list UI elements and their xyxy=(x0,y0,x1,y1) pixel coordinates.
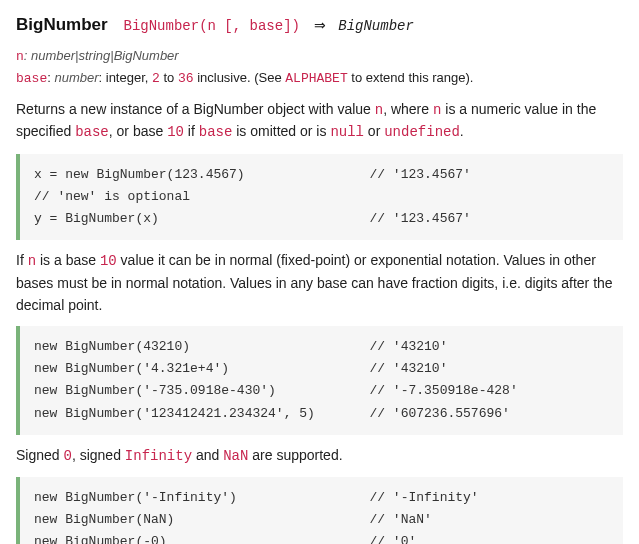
param-base-type: number xyxy=(54,70,98,85)
param-base-name: base xyxy=(16,71,47,86)
return-type: BigNumber xyxy=(338,18,414,34)
method-return: ⇒ BigNumber xyxy=(310,18,414,34)
param-base-desc2: to xyxy=(160,70,178,85)
param-base-min: 2 xyxy=(152,71,160,86)
method-header: BigNumber BigNumber(n [, base]) ⇒ BigNum… xyxy=(16,12,623,38)
param-base-desc1: : integer, xyxy=(99,70,152,85)
code-block-1: x = new BigNumber(123.4567) // '123.4567… xyxy=(16,154,623,240)
param-base-desc3: inclusive. (See xyxy=(194,70,286,85)
description-1: Returns a new instance of a BigNumber ob… xyxy=(16,99,623,144)
param-base-line: base: number: integer, 2 to 36 inclusive… xyxy=(16,68,623,89)
code-block-3: new BigNumber('-Infinity') // '-Infinity… xyxy=(16,477,623,544)
method-title: BigNumber xyxy=(16,15,108,34)
arrow-icon: ⇒ xyxy=(314,17,326,33)
alphabet-link[interactable]: ALPHABET xyxy=(285,71,347,86)
param-n-type: : number|string|BigNumber xyxy=(24,48,179,63)
param-base-desc4: to extend this range). xyxy=(348,70,474,85)
description-3: Signed 0, signed Infinity and NaN are su… xyxy=(16,445,623,468)
description-2: If n is a base 10 value it can be in nor… xyxy=(16,250,623,316)
param-n-line: n: number|string|BigNumber xyxy=(16,46,623,67)
param-base-max: 36 xyxy=(178,71,194,86)
method-signature: BigNumber(n [, base]) xyxy=(124,18,300,34)
code-block-2: new BigNumber(43210) // '43210' new BigN… xyxy=(16,326,623,434)
param-n-name: n xyxy=(16,49,24,64)
